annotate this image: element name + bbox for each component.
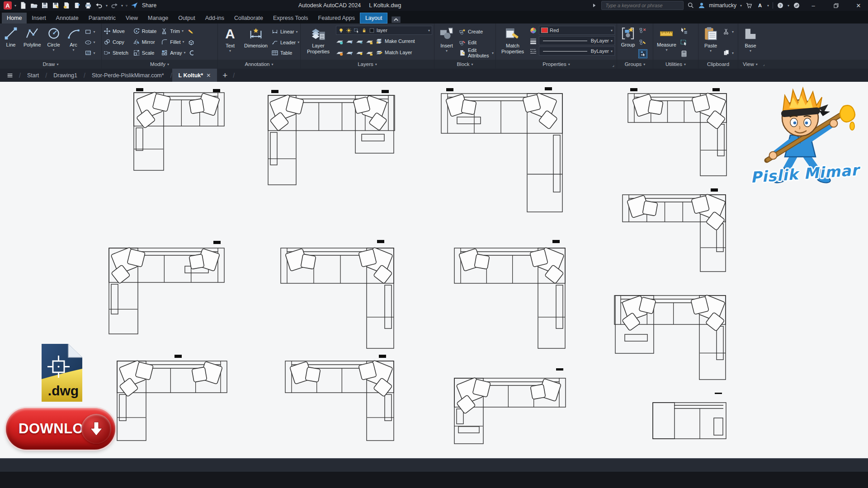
- app-menu-caret-icon[interactable]: ▾: [14, 4, 16, 8]
- share-label[interactable]: Share: [142, 2, 156, 9]
- sofa-block-drawing-12[interactable]: [454, 368, 567, 447]
- search-collapse-icon[interactable]: [590, 2, 598, 9]
- ribbon-tab-layout[interactable]: Layout: [360, 13, 388, 23]
- table-button[interactable]: Table: [271, 48, 299, 58]
- sofa-block-drawing-2[interactable]: [268, 85, 396, 188]
- layer-off-icon[interactable]: [356, 38, 363, 45]
- layer-on-all-icon[interactable]: [356, 49, 363, 56]
- ellipse-button[interactable]: ▾: [85, 38, 95, 47]
- share-icon[interactable]: [130, 1, 138, 9]
- ribbon-tab-output[interactable]: Output: [173, 13, 200, 23]
- sofa-block-drawing-9[interactable]: [614, 286, 727, 383]
- sofa-block-drawing-5[interactable]: [622, 185, 727, 275]
- polyline-button[interactable]: Polyline: [22, 26, 43, 59]
- ribbon-tab-insert[interactable]: Insert: [27, 13, 51, 23]
- close-tab-icon[interactable]: ✕: [206, 72, 211, 79]
- undo-icon[interactable]: [95, 1, 103, 9]
- print-icon[interactable]: [84, 1, 92, 9]
- ribbon-tab-featured-apps[interactable]: Featured Apps: [313, 13, 360, 23]
- file-tab-l-koltuk-[interactable]: L Koltuk*✕: [172, 69, 217, 82]
- stretch-button[interactable]: Stretch: [104, 48, 128, 58]
- erase-button[interactable]: [188, 27, 195, 37]
- copy-clip-button[interactable]: ▾: [723, 48, 734, 58]
- sofa-block-drawing-6[interactable]: [108, 238, 226, 338]
- fillet-button[interactable]: Fillet▾: [161, 37, 185, 47]
- text-button[interactable]: A Text ▾: [220, 26, 241, 59]
- copy-button[interactable]: Copy: [104, 37, 128, 47]
- mirror-button[interactable]: Mirror: [133, 37, 156, 47]
- group-button[interactable]: Group: [619, 26, 637, 59]
- ribbon-tab-express-tools[interactable]: Express Tools: [268, 13, 313, 23]
- autocad-app-logo[interactable]: A: [4, 1, 12, 9]
- sofa-block-drawing-1[interactable]: [133, 83, 226, 174]
- quick-calculator-icon[interactable]: [680, 50, 688, 58]
- panel-label-modify[interactable]: Modify▾: [102, 60, 217, 69]
- hatch-button[interactable]: ▾: [85, 48, 95, 58]
- create-block-button[interactable]: Create: [459, 27, 494, 37]
- ribbon-tab-home[interactable]: Home: [2, 13, 27, 23]
- open-file-icon[interactable]: [30, 1, 38, 9]
- match-properties-button[interactable]: Match Properties: [498, 26, 528, 59]
- panel-label-draw[interactable]: Draw▾: [0, 60, 101, 69]
- group-selection-toggle-icon[interactable]: [639, 50, 647, 58]
- autodesk-menu-caret-icon[interactable]: ▾: [767, 4, 769, 8]
- layer-unisolate-icon[interactable]: [336, 49, 344, 56]
- help-icon[interactable]: ?: [777, 2, 784, 9]
- help-caret-icon[interactable]: ▾: [788, 4, 789, 8]
- offset-button[interactable]: [188, 48, 195, 58]
- panel-label-utilities[interactable]: Utilities▾: [653, 60, 698, 69]
- minimize-button[interactable]: –: [804, 0, 823, 11]
- feedback-icon[interactable]: [793, 2, 800, 9]
- properties-expand-icon[interactable]: ⌟: [612, 62, 614, 67]
- command-line-bar[interactable]: [0, 458, 868, 473]
- group-edit-icon[interactable]: [639, 38, 647, 47]
- lineweight-dropdown[interactable]: ByLayer ▾: [539, 36, 615, 45]
- ribbon-tab-collaborate[interactable]: Collaborate: [229, 13, 268, 23]
- layer-unlock-all-icon[interactable]: [366, 49, 373, 56]
- plot-icon[interactable]: [62, 1, 71, 9]
- paste-button[interactable]: Paste ▾: [700, 26, 721, 59]
- panel-label-annotation[interactable]: Annotation▾: [218, 60, 300, 69]
- circle-button[interactable]: Circle ▾: [45, 26, 63, 59]
- save-icon[interactable]: [41, 1, 49, 9]
- user-avatar-icon[interactable]: [698, 2, 705, 9]
- edit-block-button[interactable]: Edit: [459, 38, 494, 47]
- select-similar-icon[interactable]: [680, 38, 688, 47]
- redo-icon[interactable]: [110, 1, 118, 9]
- autodesk-account-icon[interactable]: A: [756, 2, 764, 9]
- sofa-block-drawing-4[interactable]: [627, 84, 728, 179]
- array-button[interactable]: Array▾: [161, 48, 185, 58]
- trim-button[interactable]: Trim▾: [161, 26, 185, 36]
- panel-label-layers[interactable]: Layers▾: [301, 60, 434, 69]
- layer-dropdown[interactable]: layer ▾: [336, 26, 432, 35]
- panel-label-properties[interactable]: Properties▾: [496, 60, 617, 69]
- panel-label-block[interactable]: Block▾: [434, 60, 495, 69]
- layer-isolate-icon[interactable]: [336, 38, 344, 45]
- ribbon-tab-add-ins[interactable]: Add-ins: [200, 13, 229, 23]
- file-tab-drawing1[interactable]: Drawing1: [47, 69, 84, 82]
- ribbon-collapse-button[interactable]: [390, 14, 402, 23]
- restore-button[interactable]: [826, 0, 845, 11]
- ribbon-tab-annotate[interactable]: Annotate: [51, 13, 84, 23]
- publish-icon[interactable]: [73, 1, 81, 9]
- panel-label-view[interactable]: View▾⌟: [738, 60, 868, 69]
- scale-button[interactable]: Scale: [133, 48, 156, 58]
- layer-freeze-icon[interactable]: [346, 38, 354, 45]
- match-layer-button[interactable]: Match Layer: [376, 47, 412, 57]
- search-input[interactable]: [604, 2, 680, 9]
- base-button[interactable]: Base ▾: [740, 26, 761, 59]
- signed-in-user[interactable]: mimarlucky: [709, 2, 736, 9]
- new-file-icon[interactable]: [19, 1, 27, 9]
- sofa-block-drawing-10[interactable]: [117, 351, 228, 444]
- store-cart-icon[interactable]: [745, 2, 753, 9]
- rotate-button[interactable]: Rotate: [133, 26, 156, 36]
- layer-properties-button[interactable]: Layer Properties: [302, 26, 334, 59]
- search-icon[interactable]: [687, 2, 694, 9]
- linetype-dropdown[interactable]: ByLayer ▾: [539, 47, 615, 56]
- leader-button[interactable]: Leader▾: [271, 38, 299, 47]
- ribbon-tab-parametric[interactable]: Parametric: [84, 13, 121, 23]
- help-search-box[interactable]: [601, 1, 684, 10]
- arc-button[interactable]: Arc ▾: [65, 26, 83, 59]
- file-tab-start[interactable]: Start: [21, 69, 45, 82]
- sofa-block-drawing-11[interactable]: [285, 351, 395, 444]
